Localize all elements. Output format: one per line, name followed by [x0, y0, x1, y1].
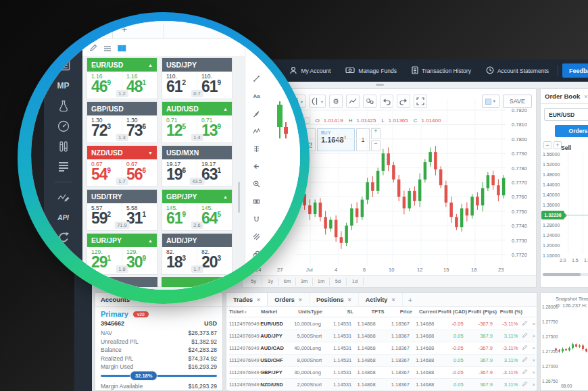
signals-icon[interactable]: [57, 140, 70, 153]
add-tab-icon[interactable]: +: [122, 24, 127, 34]
quotes-vertical-scrollbar[interactable]: [238, 182, 240, 213]
tab-separator: [164, 24, 164, 38]
edit-trade-icon[interactable]: [522, 357, 528, 364]
link-icon[interactable]: [253, 251, 260, 258]
collapse-arrow-icon[interactable]: [253, 163, 260, 170]
save-button[interactable]: SAVE: [503, 95, 532, 108]
marketpulse-label[interactable]: MP: [57, 79, 70, 93]
zoom-in-icon[interactable]: [253, 180, 260, 188]
refresh-icon[interactable]: [57, 231, 70, 244]
trade-cell: 1.14868: [351, 333, 375, 339]
quote-tile-usd-try[interactable]: USD/TRY5.575925.5831171.9: [87, 189, 157, 231]
pattern-icon[interactable]: [253, 128, 260, 135]
red-candle: [284, 127, 288, 134]
feedback-button[interactable]: Feedback: [562, 63, 588, 78]
quote-tile-aud-usd[interactable]: AUD/USD▲0.711250.711391.4: [162, 101, 232, 143]
add-tab-icon[interactable]: +: [403, 293, 418, 306]
close-trade-icon[interactable]: ×: [532, 382, 535, 388]
ladder-price: 1.20000: [543, 243, 560, 248]
api-label[interactable]: API: [57, 211, 69, 224]
grid-view-icon[interactable]: [118, 43, 126, 55]
measure-icon[interactable]: [253, 198, 260, 205]
trade-cell: 1.14688: [410, 369, 434, 375]
fib-tool-icon[interactable]: [253, 145, 260, 153]
autochartist-icon[interactable]: [57, 190, 70, 204]
candlestick-chart[interactable]: [297, 99, 506, 266]
orderbook-lines-icon[interactable]: [57, 160, 70, 174]
zoom-out-button[interactable]: −: [543, 141, 552, 149]
trade-row[interactable]: 11124976949AUD/CAD40,000Long1.145311.148…: [229, 342, 535, 355]
trendline-icon[interactable]: [253, 75, 260, 82]
edit-trade-icon[interactable]: [522, 344, 528, 352]
edit-trade-icon[interactable]: [522, 369, 528, 376]
edit-trade-icon[interactable]: [522, 381, 528, 388]
text-tool-icon[interactable]: Aa: [253, 93, 260, 100]
close-trade-icon[interactable]: ×: [532, 357, 535, 363]
nav-item-account-statements[interactable]: Account Statements: [486, 66, 549, 76]
quote-tile-usd-jpy[interactable]: USD/JPY110.612110.6190.7: [162, 57, 232, 99]
instrument-select[interactable]: EUR/USD: [544, 108, 588, 121]
close-trade-icon[interactable]: ×: [532, 345, 535, 351]
scrollbar-thumb[interactable]: [543, 273, 581, 276]
account-name-link[interactable]: Primary: [101, 310, 128, 318]
trade-cell: 10,000: [289, 321, 310, 327]
timeframe-button-5y[interactable]: 5y: [245, 278, 262, 286]
timeframe-button-1m[interactable]: 1m: [313, 278, 330, 286]
quote-tile-eur-jpy[interactable]: EUR/JPY▲129.291129.3091.8: [87, 233, 157, 275]
timeframe-button-1d[interactable]: 1d: [347, 278, 364, 286]
close-icon[interactable]: ×: [299, 296, 302, 303]
nav-item-transaction-history[interactable]: Transaction History: [412, 66, 471, 76]
snapshot-chart[interactable]: [554, 327, 588, 370]
trade-row[interactable]: 11124976949AUD/JPY5,000Short1.145311.148…: [229, 330, 535, 342]
gridline: [568, 151, 568, 254]
close-icon[interactable]: ×: [348, 296, 351, 303]
order-book-tab[interactable]: Order Book × +: [541, 89, 588, 104]
trade-row[interactable]: 11124976949USD/CHF8,000Short1.145311.148…: [229, 355, 535, 367]
quote-tile-gbp-jpy[interactable]: GBP/JPY▲145.619145.6452.6: [162, 189, 232, 231]
quote-tile-usd-mxn[interactable]: USD/MXN19.1719619.1763143.5: [162, 145, 232, 187]
list-view-icon[interactable]: [103, 43, 112, 55]
account-number: 3945662: [101, 320, 124, 327]
quote-tile-eur-usd[interactable]: EUR/USD▲1.164691.164811.2: [87, 57, 157, 99]
timeframe-button-3m[interactable]: 3m: [296, 278, 313, 286]
timeframe-button-1y[interactable]: 1y: [262, 278, 279, 286]
tab-orders[interactable]: Orders×: [268, 293, 310, 306]
quote-tile-nzd-usd[interactable]: NZD/USD▼0.675490.675661.7: [87, 145, 157, 187]
spread-badge: 2.6: [191, 221, 203, 229]
tab-activity[interactable]: Activity×: [359, 293, 403, 306]
nav-item-manage-funds[interactable]: Manage Funds: [345, 67, 397, 75]
tab-trades[interactable]: Trades×: [226, 293, 268, 306]
labs-flask-icon[interactable]: [57, 99, 70, 113]
price-big-digits: 19: [166, 165, 182, 183]
close-trade-icon[interactable]: ×: [532, 369, 535, 375]
gauge-icon[interactable]: [57, 120, 70, 133]
close-trade-icon[interactable]: ×: [532, 321, 535, 327]
trade-row[interactable]: 11124976949NZD/USD2,000Short1.145311.148…: [229, 379, 535, 391]
brush-icon[interactable]: [253, 110, 260, 118]
trend-arrow-icon: ▲: [148, 238, 153, 243]
tile-body: 0.711250.711391.4: [162, 115, 232, 142]
snapshot-ohlc: O: 126.237 H:: [556, 303, 587, 309]
edit-trade-icon[interactable]: [522, 320, 528, 328]
horizontal-scrollbar[interactable]: [543, 273, 588, 276]
hatch-icon[interactable]: [253, 233, 260, 240]
trade-row[interactable]: 11124976949GBP/JPY30,000Long1.145311.148…: [229, 367, 535, 379]
edit-trade-icon[interactable]: [522, 332, 528, 340]
news-icon[interactable]: [57, 59, 70, 72]
edit-pencil-icon[interactable]: [89, 43, 97, 55]
close-icon[interactable]: ×: [584, 93, 587, 100]
timeframe-button-6m[interactable]: 6m: [279, 278, 296, 286]
quote-tile-aud-jpy[interactable]: AUD/JPY82.18382.2031.7: [162, 233, 232, 275]
collapse-handle-icon[interactable]: [376, 84, 384, 86]
magnet-icon[interactable]: [253, 215, 260, 223]
trade-row[interactable]: 11124976949EUR/USD10,000Long1.145311.148…: [229, 318, 535, 330]
time-tick: 10: [389, 267, 394, 273]
close-trade-icon[interactable]: ×: [532, 333, 535, 339]
nav-item-my-account[interactable]: My Account: [289, 66, 330, 76]
close-icon[interactable]: ×: [391, 296, 395, 303]
orders-button[interactable]: Orders: [555, 125, 588, 137]
tab-positions[interactable]: Positions×: [310, 293, 359, 306]
timeframe-button-5d[interactable]: 5d: [330, 278, 347, 286]
close-icon[interactable]: ×: [257, 296, 260, 303]
quote-tile-gbp-usd[interactable]: GBP/USD1.307231.307361.3: [87, 101, 157, 143]
